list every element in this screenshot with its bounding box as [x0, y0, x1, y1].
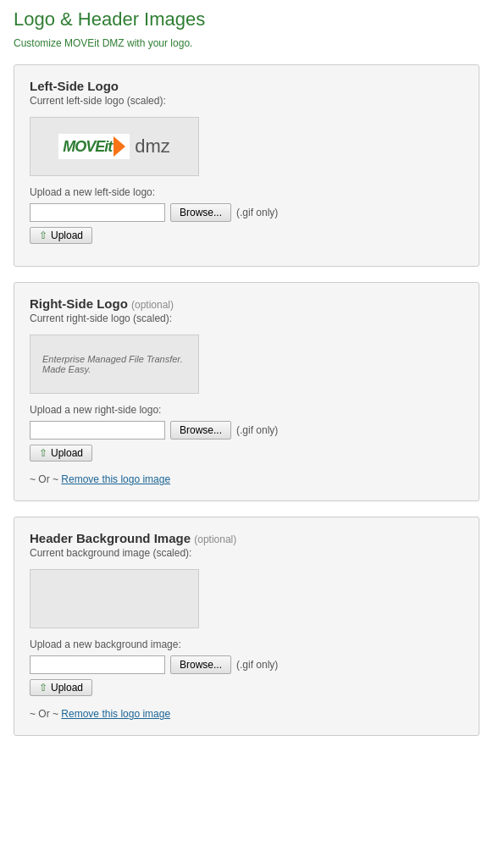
- right-logo-preview: Enterprise Managed File Transfer. Made E…: [30, 334, 199, 394]
- right-logo-title-text: Right-Side Logo: [30, 296, 128, 311]
- right-logo-optional: (optional): [131, 299, 174, 311]
- header-remove-link[interactable]: Remove this logo image: [61, 708, 170, 720]
- header-upload-label: Upload a new background image:: [30, 639, 463, 650]
- header-upload-label-btn: Upload: [51, 682, 83, 694]
- header-browse-button[interactable]: Browse...: [170, 655, 231, 674]
- right-file-input[interactable]: [30, 421, 165, 440]
- right-gif-note: (.gif only): [236, 424, 278, 436]
- header-remove-prefix: ~ Or ~: [30, 708, 58, 720]
- left-logo-title: Left-Side Logo: [30, 79, 463, 93]
- right-upload-icon: ⇧: [39, 447, 47, 459]
- left-gif-note: (.gif only): [236, 207, 278, 218]
- right-browse-button[interactable]: Browse...: [170, 421, 231, 440]
- right-logo-current-label: Current right-side logo (scaled):: [30, 312, 463, 324]
- page-title: Logo & Header Images: [14, 8, 479, 30]
- moveit-arrow-icon: [114, 136, 125, 157]
- right-upload-label: Upload a new right-side logo:: [30, 404, 463, 416]
- left-upload-button[interactable]: ⇧ Upload: [30, 227, 92, 244]
- header-bg-title: Header Background Image (optional): [30, 531, 463, 545]
- enterprise-text: Enterprise Managed File Transfer. Made E…: [37, 349, 191, 379]
- right-remove-row: ~ Or ~ Remove this logo image: [30, 473, 463, 485]
- header-remove-row: ~ Or ~ Remove this logo image: [30, 708, 463, 720]
- header-upload-button[interactable]: ⇧ Upload: [30, 679, 92, 696]
- moveit-dmz-text: dmz: [135, 135, 170, 158]
- moveit-text: MOVEit: [63, 138, 112, 156]
- header-file-input[interactable]: [30, 655, 165, 674]
- left-upload-label: Upload a new left-side logo:: [30, 186, 463, 198]
- header-bg-optional: (optional): [194, 534, 236, 545]
- right-upload-label-btn: Upload: [51, 447, 83, 459]
- header-bg-title-text: Header Background Image: [30, 531, 191, 545]
- header-gif-note: (.gif only): [236, 659, 278, 671]
- header-bg-current-label: Current background image (scaled):: [30, 547, 463, 559]
- right-upload-button[interactable]: ⇧ Upload: [30, 445, 92, 462]
- left-logo-current-label: Current left-side logo (scaled):: [30, 95, 463, 107]
- header-file-row: Browse... (.gif only): [30, 655, 463, 674]
- left-browse-button[interactable]: Browse...: [170, 203, 231, 222]
- right-remove-prefix: ~ Or ~: [30, 473, 58, 485]
- header-upload-icon: ⇧: [39, 682, 47, 694]
- right-logo-section: Right-Side Logo (optional) Current right…: [14, 282, 479, 501]
- right-logo-title: Right-Side Logo (optional): [30, 296, 463, 311]
- moveit-logo: MOVEit dmz: [58, 134, 170, 159]
- left-file-input[interactable]: [30, 203, 165, 222]
- right-remove-link[interactable]: Remove this logo image: [61, 473, 170, 485]
- left-logo-section: Left-Side Logo Current left-side logo (s…: [14, 64, 479, 267]
- header-bg-preview: [30, 569, 199, 628]
- left-file-row: Browse... (.gif only): [30, 203, 463, 222]
- moveit-box: MOVEit: [58, 134, 130, 159]
- upload-icon: ⇧: [39, 229, 47, 241]
- left-logo-preview: MOVEit dmz: [30, 117, 199, 176]
- header-bg-section: Header Background Image (optional) Curre…: [14, 517, 479, 736]
- left-upload-label-btn: Upload: [51, 229, 83, 241]
- page-subtitle: Customize MOVEit DMZ with your logo.: [14, 37, 479, 49]
- right-file-row: Browse... (.gif only): [30, 421, 463, 440]
